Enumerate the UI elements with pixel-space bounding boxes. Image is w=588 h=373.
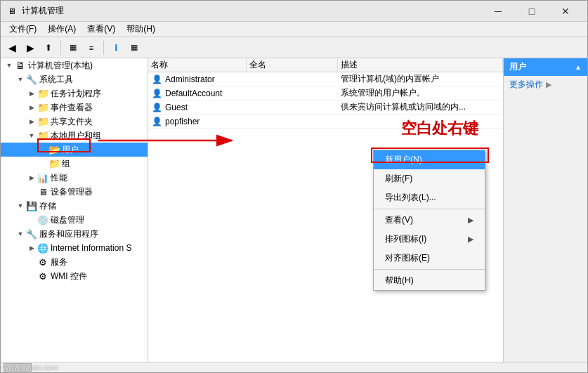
- cell-desc-default: 系统管理的用户帐户。: [338, 86, 503, 100]
- ctx-arrange-arrow: ▶: [468, 235, 473, 244]
- label-perf: 性能: [51, 172, 67, 184]
- tree-item-shared-folders[interactable]: ▶ 📁 共享文件夹: [1, 114, 148, 129]
- menu-bar: 文件(F) 操作(A) 查看(V) 帮助(H): [1, 22, 587, 37]
- icon-storage: 💾: [26, 200, 37, 211]
- menu-view[interactable]: 查看(V): [81, 22, 121, 37]
- right-panel-title: 用户: [509, 61, 526, 73]
- show-hide-button[interactable]: ▦: [65, 39, 81, 56]
- tree-item-performance[interactable]: ▶ 📊 性能: [1, 171, 148, 185]
- ctx-help[interactable]: 帮助(H): [374, 271, 485, 290]
- cell-name-guest: 👤 Guest: [148, 100, 247, 114]
- table-row[interactable]: 👤 popfisher: [148, 114, 503, 129]
- tree-item-iis[interactable]: ▶ 🌐 Internet Information S: [1, 241, 148, 255]
- tree-item-task-scheduler[interactable]: ▶ 📁 任务计划程序: [1, 86, 148, 100]
- label-users: 用户: [62, 144, 79, 156]
- label-groups: 组: [62, 158, 70, 170]
- ctx-align-icons[interactable]: 对齐图标(E): [374, 249, 485, 268]
- tree-item-wmi[interactable]: ⚙ WMI 控件: [1, 269, 148, 283]
- tree-item-device-mgr[interactable]: 🖥 设备管理器: [1, 185, 148, 199]
- list-button[interactable]: ≡: [83, 39, 100, 56]
- icon-system-tools: 🔧: [26, 74, 37, 85]
- label-device: 设备管理器: [51, 186, 93, 198]
- right-panel-header: 用户 ▲: [504, 58, 587, 76]
- col-header-desc[interactable]: 描述: [338, 58, 503, 72]
- up-button[interactable]: ⬆: [40, 39, 57, 56]
- tree-item-system-tools[interactable]: ▼ 🔧 系统工具: [1, 72, 148, 86]
- icon-device: 🖥: [37, 186, 48, 197]
- col-header-fullname[interactable]: 全名: [247, 58, 338, 72]
- expand-task: ▶: [26, 88, 37, 99]
- scroll-left[interactable]: [4, 363, 32, 372]
- ctx-sep1: [374, 209, 485, 209]
- icon-root: 🖥: [15, 60, 26, 71]
- more-actions-label: 更多操作: [509, 79, 543, 91]
- expand-storage: ▼: [15, 200, 26, 211]
- title-buttons: ─ □ ✕: [482, 1, 582, 22]
- maximize-button[interactable]: □: [516, 1, 548, 22]
- table-row[interactable]: 👤 Guest 供来宾访问计算机或访问域的内...: [148, 100, 503, 114]
- col-header-name[interactable]: 名称: [148, 58, 247, 72]
- table-row[interactable]: 👤 Administrator 管理计算机(域)的内置帐户: [148, 72, 503, 86]
- back-button[interactable]: ◀: [4, 39, 20, 56]
- expand-root: ▼: [4, 60, 15, 71]
- label-storage: 存储: [39, 200, 56, 212]
- expand-wmi: [26, 270, 37, 282]
- context-menu: 新用户(N)... 刷新(F) 导出列表(L)... 查看(V) ▶ 排列图标(…: [373, 150, 485, 291]
- title-bar: 🖥 计算机管理 ─ □ ✕: [1, 1, 587, 22]
- menu-action[interactable]: 操作(A): [42, 22, 81, 37]
- tree-item-root[interactable]: ▼ 🖥 计算机管理(本地): [1, 58, 148, 72]
- toolbar: ◀ ▶ ⬆ ▦ ≡ ℹ ▦: [1, 37, 587, 58]
- ctx-view[interactable]: 查看(V) ▶: [374, 211, 485, 230]
- ctx-export-list[interactable]: 导出列表(L)...: [374, 188, 485, 207]
- tree-item-services-apps[interactable]: ▼ 🔧 服务和应用程序: [1, 227, 148, 241]
- menu-file[interactable]: 文件(F): [4, 22, 42, 37]
- close-button[interactable]: ✕: [549, 1, 582, 22]
- icon-disk: 💿: [37, 214, 48, 225]
- icon-task: 📁: [37, 88, 48, 99]
- tree-item-services[interactable]: ⚙ 服务: [1, 255, 148, 269]
- label-svc: 服务: [51, 256, 67, 268]
- tree-item-users[interactable]: 📂 用户: [1, 143, 148, 157]
- user-icon-popfisher: 👤: [151, 116, 162, 127]
- right-panel-expand: ▲: [575, 63, 582, 71]
- ctx-new-user[interactable]: 新用户(N)...: [374, 150, 485, 169]
- cell-fullname-admin: [247, 72, 338, 86]
- label-event: 事件查看器: [51, 102, 93, 114]
- forward-button[interactable]: ▶: [22, 39, 39, 56]
- more-actions-item[interactable]: 更多操作 ▶: [504, 76, 587, 93]
- tree-item-disk-mgmt[interactable]: 💿 磁盘管理: [1, 213, 148, 227]
- label-local-users: 本地用户和组: [51, 130, 101, 142]
- ctx-view-arrow: ▶: [468, 216, 473, 225]
- content-area: ▼ 🖥 计算机管理(本地) ▼ 🔧 系统工具 ▶ 📁 任务计划程序 ▶ 📁 事件…: [1, 58, 587, 362]
- info-button[interactable]: ℹ: [107, 39, 124, 56]
- tree-item-groups[interactable]: 📁 组: [1, 157, 148, 171]
- cell-name-popfisher: 👤 popfisher: [148, 114, 247, 128]
- middle-panel: 名称 全名 描述 👤 Administrator 管理计算机(域)的内置帐户 👤…: [148, 58, 503, 362]
- label-iis: Internet Information S: [51, 243, 131, 253]
- table-row[interactable]: 👤 DefaultAccount 系统管理的用户帐户。: [148, 86, 503, 100]
- icon-perf: 📊: [37, 172, 48, 183]
- cell-fullname-guest: [247, 100, 338, 114]
- extra-button[interactable]: ▦: [126, 39, 143, 56]
- tree-item-event-viewer[interactable]: ▶ 📁 事件查看器: [1, 100, 148, 114]
- expand-shared: ▶: [26, 116, 37, 127]
- ctx-arrange-icons[interactable]: 排列图标(I) ▶: [374, 230, 485, 249]
- ctx-refresh[interactable]: 刷新(F): [374, 169, 485, 188]
- expand-disk: [26, 214, 37, 225]
- cell-fullname-popfisher: [247, 114, 338, 128]
- label-root: 计算机管理(本地): [28, 60, 93, 72]
- minimize-button[interactable]: ─: [482, 1, 514, 22]
- icon-iis: 🌐: [37, 242, 48, 254]
- tree-item-storage[interactable]: ▼ 💾 存储: [1, 199, 148, 213]
- main-window: 🖥 计算机管理 ─ □ ✕ 文件(F) 操作(A) 查看(V) 帮助(H) ◀ …: [0, 0, 588, 373]
- expand-perf: ▶: [26, 172, 37, 183]
- window-title: 计算机管理: [22, 5, 482, 17]
- label-services-apps: 服务和应用程序: [39, 228, 98, 240]
- menu-help[interactable]: 帮助(H): [121, 22, 161, 37]
- scroll-area: [1, 362, 587, 372]
- expand-device: [26, 186, 37, 197]
- expand-system-tools: ▼: [15, 74, 26, 85]
- tree-item-local-users[interactable]: ▼ 📁 本地用户和组: [1, 129, 148, 143]
- user-icon-default: 👤: [151, 88, 162, 99]
- expand-svc: [26, 256, 37, 268]
